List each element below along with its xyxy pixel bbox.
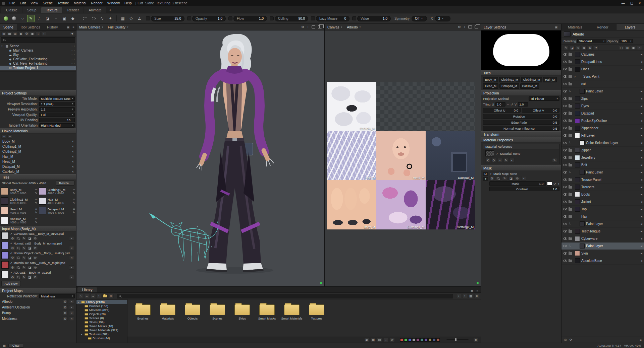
- library-tab[interactable]: Library: [77, 287, 97, 292]
- gear-icon[interactable]: ⚙: [10, 236, 15, 240]
- gear-icon[interactable]: ⚙: [63, 311, 68, 315]
- visibility-icon[interactable]: [563, 75, 567, 78]
- layer-row[interactable]: └ PocketZipOutline ◀: [561, 117, 644, 125]
- falloff-preview-icon[interactable]: [10, 15, 18, 22]
- back-icon[interactable]: ←: [84, 294, 89, 298]
- symmetry-count-dropdown[interactable]: 2 ▾: [435, 16, 450, 21]
- workspace-tab[interactable]: Setup: [22, 7, 41, 13]
- edge-fade-slider[interactable]: Edge Fade 0.5: [483, 120, 559, 125]
- brush-parameter[interactable]: Value 1.0: [357, 16, 391, 21]
- sphere-preview-icon[interactable]: ◐: [509, 158, 515, 162]
- add-object-icon[interactable]: ⊞: [13, 31, 18, 36]
- refresh-icon[interactable]: ⟳: [33, 246, 38, 250]
- remove-icon[interactable]: ×: [521, 176, 526, 181]
- linked-material-row[interactable]: CatHolo_M ×: [0, 169, 76, 174]
- eyedropper-icon[interactable]: ✎: [21, 256, 26, 260]
- visibility-icon[interactable]: [563, 260, 567, 262]
- brush-parameter[interactable]: Lazy Mouse 0: [316, 16, 350, 21]
- delete-layer-icon[interactable]: ×: [637, 46, 642, 50]
- gear-icon[interactable]: ⚙: [10, 275, 15, 279]
- tile-select-button[interactable]: Head_M: [483, 83, 498, 89]
- new-layer-icon[interactable]: ▢: [619, 46, 624, 50]
- eyedropper-icon[interactable]: ✎: [21, 236, 26, 240]
- visibility-icon[interactable]: [563, 193, 567, 196]
- tile-link-icon[interactable]: ∞: [73, 188, 75, 191]
- tile-link-icon[interactable]: ∞: [35, 188, 37, 191]
- remove-icon[interactable]: ×: [72, 165, 74, 168]
- scene-search[interactable]: [1, 37, 75, 43]
- scene-tree-item[interactable]: CatSidhe_ForTexturing ◦▫: [0, 57, 76, 61]
- refresh-icon[interactable]: ⟳: [570, 338, 572, 342]
- layer-collapse-icon[interactable]: ◀: [640, 112, 642, 115]
- texture-tile[interactable]: Head_M: [376, 131, 426, 180]
- add-new-button[interactable]: Add New: [1, 281, 21, 286]
- expand-caret-icon[interactable]: ▾: [1, 45, 4, 48]
- item-lock-icons[interactable]: ◦▫: [71, 53, 75, 56]
- library-folder[interactable]: Skies: [233, 303, 251, 320]
- color-swatch[interactable]: [404, 338, 408, 342]
- layer-row[interactable]: └ CatLines ◀: [561, 51, 644, 58]
- quality-dropdown[interactable]: Full Quality ▾: [108, 25, 128, 29]
- section-header[interactable]: Transform: [481, 131, 561, 137]
- magnifier-icon[interactable]: [16, 236, 21, 240]
- visibility-icon[interactable]: [563, 68, 567, 70]
- measure-tool-icon[interactable]: ∠: [136, 15, 143, 22]
- color-swatch[interactable]: [432, 338, 436, 342]
- layer-row[interactable]: └ Datapad ◀: [561, 110, 644, 117]
- viewport-settings-icon[interactable]: ⚙: [301, 25, 304, 29]
- eraser-icon[interactable]: ◪: [570, 46, 575, 50]
- visibility-icon[interactable]: [563, 83, 567, 85]
- stencil-icon[interactable]: ○: [19, 15, 26, 22]
- menu-item[interactable]: File: [7, 1, 17, 5]
- color-swatch[interactable]: [424, 338, 428, 342]
- menu-item[interactable]: Help: [122, 1, 134, 5]
- library-folder[interactable]: Materials: [159, 303, 176, 320]
- layer-row[interactable]: └ Paint Layer ◀: [561, 242, 644, 250]
- magnifier-icon[interactable]: [16, 275, 21, 279]
- tile-item[interactable]: Clothing2_M ∞ 4096 x 4096 ✎: [1, 196, 38, 206]
- scene-tree-item[interactable]: ▾ Scene ◦▫: [0, 44, 76, 48]
- layer-collapse-icon[interactable]: ◀: [640, 127, 642, 130]
- layer-row[interactable]: └ Jacket ◀: [561, 198, 644, 206]
- smudge-icon[interactable]: ≈: [576, 46, 581, 50]
- library-folder[interactable]: Brushes: [134, 303, 152, 320]
- layer-row[interactable]: └ Belt ◀: [561, 161, 644, 169]
- panel-popout-icon[interactable]: ▣: [553, 25, 559, 29]
- refresh-icon[interactable]: ⟳: [553, 182, 556, 186]
- edit-icon[interactable]: ✎: [503, 158, 508, 162]
- layer-collapse-icon[interactable]: ◀: [640, 120, 642, 122]
- library-tree-item[interactable]: Scenes (8): [76, 316, 127, 320]
- brush-icon[interactable]: ◪: [27, 275, 32, 279]
- layer-collapse-icon[interactable]: ◀: [640, 223, 642, 225]
- input-map-row[interactable]: ✓ Curvature: catS__Body_M_curve.psd ⚙ ✎ …: [0, 231, 76, 241]
- library-tree-item[interactable]: Smart Masks (18): [76, 324, 127, 328]
- workspace-tab[interactable]: Animate: [84, 7, 106, 13]
- tile-item[interactable]: Head_M ∞ 4096 x 4096 ✎: [1, 206, 38, 215]
- color-swatch[interactable]: [412, 338, 416, 342]
- viewport-gizmo-icon[interactable]: +: [464, 25, 466, 29]
- layer-row[interactable]: └ Cyberware ◀: [561, 235, 644, 242]
- eyedropper-icon[interactable]: ✎: [502, 176, 507, 181]
- tile-edit-icon[interactable]: ✎: [72, 211, 75, 214]
- viewport-2d-canvas[interactable]: CatHolo_M: [325, 30, 481, 286]
- linked-material-row[interactable]: Hair_M ×: [0, 154, 76, 159]
- layer-row[interactable]: └ TrouserPanel ◀: [561, 176, 644, 184]
- brush-parameter[interactable]: Size 25.0: [151, 16, 184, 21]
- panel-tab[interactable]: History: [44, 24, 61, 30]
- tile-edit-icon[interactable]: ✎: [35, 201, 38, 205]
- texture-tile[interactable]: Body_M: [327, 180, 376, 229]
- scene-tree-item[interactable]: Sky ◦▫: [0, 53, 76, 57]
- download-icon[interactable]: ↓: [383, 338, 388, 342]
- link-icon[interactable]: ∞: [507, 102, 509, 106]
- checkbox-icon[interactable]: ✓: [10, 242, 13, 245]
- import-icon[interactable]: ↓: [36, 31, 41, 36]
- item-lock-icons[interactable]: ◦▫: [71, 45, 75, 48]
- mesh-icon[interactable]: ◆: [18, 31, 23, 36]
- material-thumbnail[interactable]: [485, 150, 494, 156]
- layer-collapse-icon[interactable]: ◀: [640, 186, 642, 189]
- visibility-icon[interactable]: [563, 127, 567, 129]
- thumbnails-icon[interactable]: ▤: [377, 338, 382, 342]
- layer-row[interactable]: └ ZipperInner ◀: [561, 125, 644, 132]
- section-header[interactable]: Tiles: [481, 70, 561, 76]
- contrast-slider[interactable]: Contrast 1.0: [489, 187, 559, 191]
